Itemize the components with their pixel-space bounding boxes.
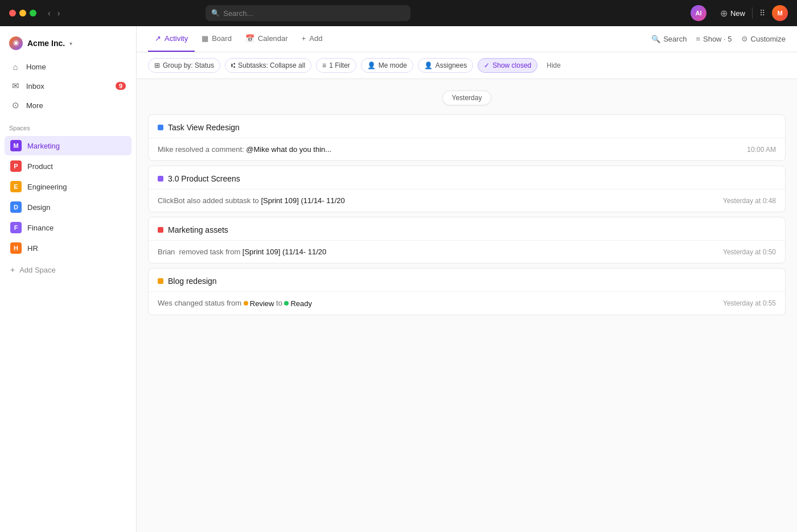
sidebar-item-more[interactable]: ⊙ More (5, 96, 132, 114)
filter-group-status[interactable]: ⊞ Group by: Status (148, 58, 220, 73)
filter-1filter[interactable]: ≡ 1 Filter (316, 58, 356, 73)
sidebar: ✳ Acme Inc. ▾ ⌂ Home ✉ Inbox 9 ⊙ More Sp… (0, 26, 137, 532)
activity-time-blog-redesign: Yesterday at 0:55 (723, 299, 776, 307)
card-body-product-screens: ClickBot also added subtask to [Sprint 1… (149, 189, 785, 212)
space-avatar-marketing: M (10, 140, 22, 151)
space-avatar-engineering: E (10, 181, 22, 192)
header-right-actions: 🔍 Search ≡ Show · 5 ⚙ Customize (651, 35, 786, 43)
activity-tab-icon: ↗ (155, 34, 161, 43)
add-tab-icon: + (302, 34, 306, 43)
date-divider-yesterday: Yesterday (137, 79, 797, 110)
space-item-marketing[interactable]: M Marketing (5, 136, 132, 155)
customize-label: Customize (751, 35, 786, 43)
space-item-product[interactable]: P Product (5, 156, 132, 176)
activity-feed: Yesterday Task View Redesign Mike resolv… (137, 79, 797, 532)
me-mode-icon: 👤 (367, 61, 376, 69)
space-item-hr[interactable]: H HR (5, 238, 132, 258)
window-controls (9, 10, 36, 17)
search-icon: 🔍 (211, 9, 220, 17)
sprint-link-product: [Sprint 109] (11/14- 11/20 (261, 196, 344, 205)
filter-assignees[interactable]: 👤 Assignees (418, 58, 473, 73)
nav-arrows: ‹ › (46, 7, 62, 19)
inbox-icon: ✉ (10, 81, 20, 91)
top-bar: ‹ › 🔍 Search... AI ⊕ New ⠿ M (0, 0, 797, 26)
search-action[interactable]: 🔍 Search (651, 35, 687, 43)
card-header-blog-redesign: Blog redesign (149, 269, 785, 292)
space-avatar-design: D (10, 201, 22, 213)
tab-board[interactable]: ▦ Board (195, 26, 239, 52)
activity-card-blog-redesign[interactable]: Blog redesign Wes changed status from Re… (148, 268, 786, 315)
tab-activity-label: Activity (165, 34, 188, 43)
activity-text-product-screens: ClickBot also added subtask to [Sprint 1… (158, 196, 345, 205)
task-dot-yellow (158, 278, 163, 284)
show-action[interactable]: ≡ Show · 5 (696, 35, 732, 43)
card-header-product-screens: 3.0 Product Screens (149, 166, 785, 189)
hide-button[interactable]: Hide (547, 61, 561, 69)
user-avatar[interactable]: M (772, 5, 788, 21)
activity-time-product-screens: Yesterday at 0:48 (723, 197, 776, 205)
space-item-engineering[interactable]: E Engineering (5, 177, 132, 196)
filter-label: 1 Filter (329, 61, 350, 69)
sidebar-item-inbox[interactable]: ✉ Inbox 9 (5, 77, 132, 95)
space-avatar-finance: F (10, 222, 22, 233)
activity-text-blog-redesign: Wes changed status from Review to Ready (158, 299, 312, 308)
sidebar-item-home[interactable]: ⌂ Home (5, 58, 132, 76)
mention-text: @Mike what do you thin... (246, 145, 331, 154)
task-dot-blue (158, 125, 163, 130)
status-from-review: Review (244, 299, 274, 308)
me-mode-label: Me mode (379, 61, 407, 69)
activity-card-marketing-assets[interactable]: Marketing assets Brian removed task from… (148, 217, 786, 263)
tab-add[interactable]: + Add (295, 26, 330, 52)
filter-bar: ⊞ Group by: Status ⑆ Subtasks: Collapse … (137, 52, 797, 79)
search-action-icon: 🔍 (651, 35, 660, 43)
ready-dot (284, 301, 289, 306)
brand-button[interactable]: ✳ Acme Inc. ▾ (0, 33, 136, 58)
forward-button[interactable]: › (55, 7, 63, 19)
add-space-button[interactable]: + Add Space (0, 261, 136, 278)
space-items-list: M Marketing P Product E Engineering D De… (0, 136, 136, 259)
add-space-label: Add Space (19, 266, 56, 274)
top-bar-divider (752, 7, 753, 19)
close-window-button[interactable] (9, 10, 16, 17)
filter-me-mode[interactable]: 👤 Me mode (361, 58, 413, 73)
new-label: New (730, 9, 745, 18)
customize-icon: ⚙ (741, 35, 748, 43)
maximize-window-button[interactable] (30, 10, 36, 17)
minimize-window-button[interactable] (19, 10, 26, 17)
review-label: Review (250, 299, 274, 308)
sidebar-nav: ⌂ Home ✉ Inbox 9 ⊙ More (0, 58, 136, 116)
back-button[interactable]: ‹ (46, 7, 53, 19)
sidebar-more-label: More (26, 101, 126, 110)
inbox-badge: 9 (116, 82, 126, 90)
new-button[interactable]: ⊕ New (720, 8, 745, 19)
subtasks-label: Subtasks: Collapse all (238, 61, 305, 69)
brand-asterisk: ✳ (13, 39, 19, 48)
ai-badge[interactable]: AI (691, 5, 706, 21)
spaces-section-header: Spaces (0, 116, 136, 136)
global-search-bar[interactable]: 🔍 Search... (206, 5, 410, 21)
filter-subtasks[interactable]: ⑆ Subtasks: Collapse all (225, 58, 311, 73)
activity-card-product-screens[interactable]: 3.0 Product Screens ClickBot also added … (148, 166, 786, 212)
sidebar-home-label: Home (26, 63, 126, 71)
grid-icon[interactable]: ⠿ (759, 9, 765, 18)
space-item-finance[interactable]: F Finance (5, 218, 132, 237)
spaces-label: Spaces (9, 125, 30, 131)
main-layout: ✳ Acme Inc. ▾ ⌂ Home ✉ Inbox 9 ⊙ More Sp… (0, 26, 797, 532)
content-header: ↗ Activity ▦ Board 📅 Calendar + Add 🔍 Se… (137, 26, 797, 52)
activity-card-task-view-redesign[interactable]: Task View Redesign Mike resolved a comme… (148, 114, 786, 161)
tab-calendar-label: Calendar (258, 34, 288, 43)
tab-activity[interactable]: ↗ Activity (148, 26, 195, 52)
card-body-blog-redesign: Wes changed status from Review to Ready … (149, 292, 785, 315)
space-name-product: Product (27, 162, 53, 171)
sidebar-inbox-label: Inbox (26, 82, 110, 90)
customize-action[interactable]: ⚙ Customize (741, 35, 786, 43)
content-area: ↗ Activity ▦ Board 📅 Calendar + Add 🔍 Se… (137, 26, 797, 532)
space-item-design[interactable]: D Design (5, 197, 132, 217)
tab-calendar[interactable]: 📅 Calendar (239, 26, 295, 52)
space-name-marketing: Marketing (27, 142, 60, 150)
filter-show-closed[interactable]: ✓ Show closed (478, 58, 537, 73)
card-body-marketing-assets: Brian removed task from [Sprint 109] (11… (149, 241, 785, 263)
card-header-marketing-assets: Marketing assets (149, 217, 785, 241)
ready-label: Ready (290, 299, 312, 308)
tab-add-label: Add (309, 34, 322, 43)
